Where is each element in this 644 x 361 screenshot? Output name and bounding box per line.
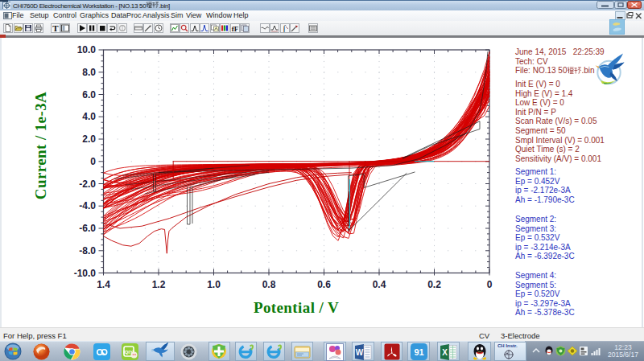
svg-text:2.0: 2.0 — [82, 133, 96, 145]
svg-text:0: 0 — [487, 279, 493, 290]
svg-text:4.0: 4.0 — [82, 111, 96, 122]
svg-text:0.4: 0.4 — [373, 279, 386, 290]
svg-text:-2.0: -2.0 — [79, 178, 96, 190]
svg-text:1.2: 1.2 — [152, 279, 166, 290]
svg-text:0.6: 0.6 — [317, 279, 331, 290]
svg-text:Potential / V: Potential / V — [254, 299, 339, 316]
svg-text:91: 91 — [414, 347, 423, 357]
svg-text:-4.0: -4.0 — [79, 200, 96, 211]
svg-text:W: W — [356, 348, 364, 357]
svg-text:1.4: 1.4 — [97, 279, 110, 290]
svg-text:0.8: 0.8 — [262, 279, 276, 290]
svg-text:8.0: 8.0 — [82, 67, 96, 78]
svg-text:Current / 1e-3A: Current / 1e-3A — [32, 92, 49, 199]
svg-text:X: X — [442, 348, 448, 357]
svg-text:0.2: 0.2 — [427, 279, 441, 290]
svg-text:-8.0: -8.0 — [79, 245, 96, 256]
svg-text:-10.0: -10.0 — [74, 268, 97, 279]
svg-text:10.0: 10.0 — [77, 44, 97, 55]
svg-text:6.0: 6.0 — [82, 89, 96, 101]
svg-text:0: 0 — [90, 156, 96, 167]
svg-text:-6.0: -6.0 — [79, 223, 96, 234]
svg-text:1.0: 1.0 — [207, 279, 221, 290]
